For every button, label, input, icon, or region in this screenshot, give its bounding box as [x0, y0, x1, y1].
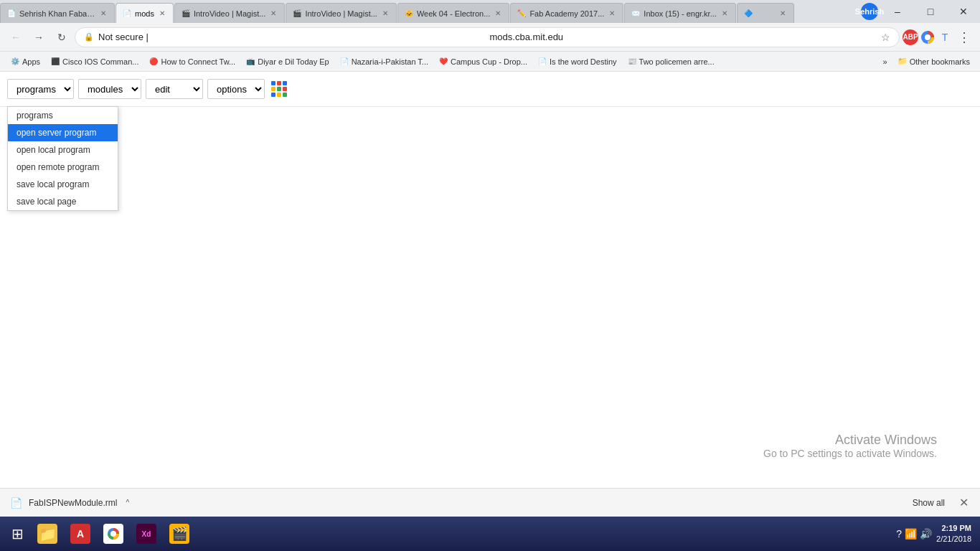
modules-select[interactable]: modules: [78, 79, 141, 99]
dropdown-item-save-local-page[interactable]: save local page: [8, 193, 118, 210]
windows-watermark: Activate Windows Go to PC settings to ac…: [763, 433, 937, 459]
show-all-downloads-button[interactable]: Show all: [907, 495, 951, 511]
taskbar-clock[interactable]: 2:19 PM 2/21/2018: [936, 523, 971, 545]
translate-icon[interactable]: T: [937, 29, 953, 45]
tab-close-button[interactable]: ✕: [157, 9, 167, 19]
tab-favicon: 📄: [122, 9, 132, 19]
tab-close-button[interactable]: ✕: [720, 9, 730, 19]
url-text: mods.cba.mit.edu: [490, 32, 877, 42]
tab-label: IntroVideo | Magist...: [194, 9, 265, 18]
dropdown-item-open-local-program[interactable]: open local program: [8, 141, 118, 159]
bookmarks-more-button[interactable]: »: [879, 56, 892, 67]
download-filename: FabISPNewModule.rml: [29, 498, 117, 508]
window-controls: Sehrish – □ ✕: [858, 0, 980, 23]
dropdown-item-open-remote-program[interactable]: open remote program: [8, 159, 118, 176]
tab-close-button[interactable]: ✕: [268, 9, 278, 19]
bookmark-label: Is the word Destiny: [550, 57, 617, 66]
tab-label: IntroVideo | Magist...: [305, 9, 377, 18]
bookmark-favicon: ❤️: [438, 57, 448, 67]
bookmark-label: Two policemen arre...: [639, 57, 715, 66]
tab-tab2[interactable]: 📄mods✕: [116, 3, 174, 23]
bookmark-item-4[interactable]: 📄Nazaria-i-Pakistan T...: [335, 55, 433, 68]
taskbar-app-adobe-xd[interactable]: Xd: [131, 518, 162, 550]
main-content: programs modules edit options programsop…: [0, 72, 980, 517]
dropdown-item-open-server-program[interactable]: open server program: [8, 124, 118, 141]
grid-dot-1: [277, 81, 281, 85]
download-close-button[interactable]: ✕: [956, 494, 971, 511]
taskbar-right: ? 📶 🔊 2:19 PM 2/21/2018: [890, 523, 977, 545]
bookmark-item-7[interactable]: 📰Two policemen arre...: [623, 55, 719, 68]
download-bar: 📄 FabISPNewModule.rml ^ Show all ✕: [0, 488, 980, 517]
svg-point-4: [110, 531, 116, 537]
tab-tab5[interactable]: 🐱Week 04 - Electron...✕: [397, 3, 510, 23]
bookmark-item-6[interactable]: 📄Is the word Destiny: [533, 55, 621, 68]
nav-right-buttons: ABP T ⋮: [903, 27, 974, 47]
tab-close-button[interactable]: ✕: [607, 9, 617, 19]
navigation-bar: ← → ↻ 🔒 Not secure | mods.cba.mit.edu ☆ …: [0, 23, 980, 52]
reload-button[interactable]: ↻: [52, 27, 72, 47]
bookmark-item-3[interactable]: 📺Diyar e Dil Today Ep: [241, 55, 333, 68]
tab-tab8[interactable]: 🔷✕: [737, 3, 794, 23]
dropdown-item-programs[interactable]: programs: [8, 107, 118, 124]
date-display: 2/21/2018: [936, 534, 971, 545]
tab-label: Sehrish Khan Fabac...: [19, 9, 95, 18]
bookmark-item-2[interactable]: 🔴How to Connect Tw...: [144, 55, 240, 68]
tab-tab3[interactable]: 🎬IntroVideo | Magist...✕: [174, 3, 285, 23]
start-button[interactable]: ⊞: [3, 519, 32, 548]
maximize-button[interactable]: □: [914, 0, 947, 23]
folder-icon: 📁: [897, 57, 908, 66]
bookmark-label: Diyar e Dil Today Ep: [258, 57, 329, 66]
bookmark-favicon: 📄: [537, 57, 547, 67]
forward-button[interactable]: →: [29, 27, 49, 47]
taskbar-app-acrobat[interactable]: A: [65, 518, 96, 550]
bookmark-label: Campus Cup - Drop...: [451, 57, 527, 66]
bookmark-item-0[interactable]: ⚙️Apps: [6, 55, 44, 68]
grid-dot-4: [277, 87, 281, 91]
tab-favicon: 📄: [6, 9, 17, 19]
back-button[interactable]: ←: [6, 27, 26, 47]
file-explorer-icon: 📁: [37, 524, 57, 544]
tab-favicon: 🐱: [404, 9, 414, 19]
tab-close-button[interactable]: ✕: [493, 9, 503, 19]
tab-close-button[interactable]: ✕: [778, 9, 788, 19]
tab-tab4[interactable]: 🎬IntroVideo | Magist...✕: [286, 3, 396, 23]
programs-dropdown: programsopen server programopen local pr…: [7, 106, 118, 211]
options-select[interactable]: options: [207, 79, 265, 99]
tab-close-button[interactable]: ✕: [380, 9, 390, 19]
taskbar-app-chrome[interactable]: [98, 518, 129, 550]
help-icon[interactable]: ?: [896, 528, 902, 540]
acrobat-icon: A: [70, 524, 90, 544]
time-display: 2:19 PM: [936, 523, 971, 534]
adobe-xd-icon: Xd: [136, 524, 156, 544]
abp-extension-icon[interactable]: ABP: [903, 29, 918, 45]
programs-select[interactable]: programs: [7, 79, 74, 99]
grid-view-button[interactable]: [269, 79, 289, 99]
network-icon[interactable]: 📶: [905, 528, 917, 540]
watermark-line2: Go to PC settings to activate Windows.: [763, 448, 937, 459]
minimize-button[interactable]: –: [881, 0, 914, 23]
bookmark-favicon: 🔴: [149, 57, 159, 67]
download-chevron-icon[interactable]: ^: [126, 499, 129, 507]
tab-close-button[interactable]: ✕: [98, 9, 108, 19]
bookmark-label: Apps: [22, 57, 40, 66]
tab-tab6[interactable]: ✏️Fab Academy 2017...✕: [510, 3, 623, 23]
tab-tab7[interactable]: ✉️Inbox (15) - engr.kr...✕: [624, 3, 736, 23]
address-bar[interactable]: 🔒 Not secure | mods.cba.mit.edu ☆: [75, 27, 900, 47]
bookmark-star-icon[interactable]: ☆: [881, 32, 890, 43]
dropdown-item-save-local-program[interactable]: save local program: [8, 176, 118, 193]
grid-dot-7: [277, 93, 281, 97]
volume-icon[interactable]: 🔊: [920, 528, 932, 540]
close-button[interactable]: ✕: [947, 0, 980, 23]
taskbar-apps: 📁 A Xd 🎬: [32, 518, 890, 550]
taskbar-app-file-explorer[interactable]: 📁: [32, 518, 63, 550]
more-menu-button[interactable]: ⋮: [954, 27, 974, 47]
bookmark-item-5[interactable]: ❤️Campus Cup - Drop...: [434, 55, 532, 68]
edit-select[interactable]: edit: [146, 79, 203, 99]
google-extension-icon[interactable]: [920, 29, 936, 45]
bookmark-item-1[interactable]: ⬛Cisco IOS Comman...: [46, 55, 143, 68]
address-text: Not secure |: [98, 32, 486, 42]
tab-tab1[interactable]: 📄Sehrish Khan Fabac...✕: [0, 3, 115, 23]
taskbar-app-claquette[interactable]: 🎬: [164, 518, 195, 550]
bookmark-other-button[interactable]: 📁 Other bookmarks: [893, 55, 974, 67]
user-avatar[interactable]: Sehrish: [861, 3, 878, 20]
